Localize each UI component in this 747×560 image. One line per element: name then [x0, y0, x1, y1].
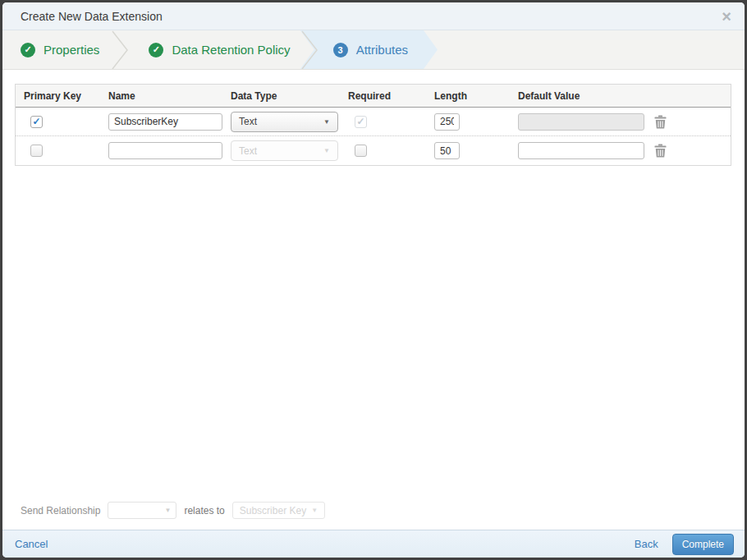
length-field[interactable] [434, 113, 460, 131]
footer-actions: Back Complete [635, 534, 734, 555]
default-value-field [518, 113, 644, 131]
column-header-required: Required [340, 90, 426, 102]
default-value-field[interactable] [518, 142, 644, 159]
attributes-table: Primary Key Name Data Type Required Leng… [15, 84, 731, 166]
primary-key-checkbox[interactable]: ✓ [30, 116, 43, 128]
column-header-primary-key: Primary Key [16, 90, 100, 102]
relates-to-label: relates to [184, 505, 224, 516]
wizard-step-properties[interactable]: ✓ Properties [2, 30, 111, 69]
chevron-down-icon: ▼ [311, 507, 318, 514]
step-separator-icon [111, 30, 129, 70]
create-data-extension-modal: Create New Data Extension × ✓ Properties… [2, 2, 745, 558]
delete-row-icon[interactable] [654, 115, 731, 129]
checkbox-check-icon: ✓ [32, 117, 40, 126]
delete-row-icon[interactable] [654, 144, 731, 158]
modal-footer: Cancel Back Complete [2, 530, 745, 558]
chevron-down-icon: ▼ [164, 507, 171, 514]
table-row: ✓ Text ▼ ✓ [16, 108, 731, 136]
step-label: Properties [44, 43, 99, 57]
data-type-select: Text ▼ [231, 140, 338, 161]
step-complete-check-icon: ✓ [21, 43, 35, 57]
column-header-name: Name [100, 90, 222, 102]
required-checkbox[interactable] [355, 145, 367, 157]
table-header-row: Primary Key Name Data Type Required Leng… [16, 85, 731, 108]
chevron-down-icon: ▼ [323, 147, 330, 154]
relates-to-field-value: Subscriber Key [240, 505, 306, 516]
table-row: Text ▼ [16, 136, 731, 165]
attributes-panel: Primary Key Name Data Type Required Leng… [2, 70, 745, 530]
step-label: Data Retention Policy [172, 43, 290, 57]
send-relationship-select: ▼ [108, 502, 176, 519]
wizard-steps: ✓ Properties ✓ Data Retention Policy 3 A… [2, 30, 745, 70]
data-type-value: Text [239, 116, 257, 127]
relates-to-field-select: Subscriber Key ▼ [232, 502, 325, 519]
length-field[interactable] [434, 142, 460, 159]
modal-titlebar: Create New Data Extension × [2, 2, 745, 30]
send-relationship-row: Send Relationship ▼ relates to Subscribe… [2, 502, 745, 530]
required-checkbox: ✓ [355, 116, 367, 128]
name-field[interactable] [108, 142, 222, 159]
chevron-down-icon: ▼ [323, 118, 330, 126]
step-label: Attributes [356, 43, 408, 57]
step-separator-icon [300, 30, 319, 70]
step-number-badge: 3 [333, 43, 348, 57]
column-header-length: Length [426, 90, 510, 102]
primary-key-checkbox[interactable] [30, 145, 43, 157]
modal-title: Create New Data Extension [21, 10, 163, 23]
data-type-select[interactable]: Text ▼ [231, 112, 338, 132]
column-header-default-value: Default Value [510, 90, 646, 102]
data-type-value: Text [239, 145, 257, 157]
wizard-step-attributes[interactable]: 3 Attributes [300, 30, 438, 69]
checkbox-check-icon: ✓ [356, 117, 364, 126]
column-header-data-type: Data Type [222, 90, 340, 102]
back-button[interactable]: Back [635, 538, 658, 550]
wizard-step-data-retention-policy[interactable]: ✓ Data Retention Policy [129, 30, 300, 69]
close-icon[interactable]: × [722, 8, 731, 25]
name-field[interactable] [108, 113, 222, 131]
step-complete-check-icon: ✓ [149, 43, 163, 57]
cancel-button[interactable]: Cancel [15, 538, 48, 550]
complete-button[interactable]: Complete [672, 534, 734, 555]
send-relationship-label: Send Relationship [21, 505, 100, 516]
